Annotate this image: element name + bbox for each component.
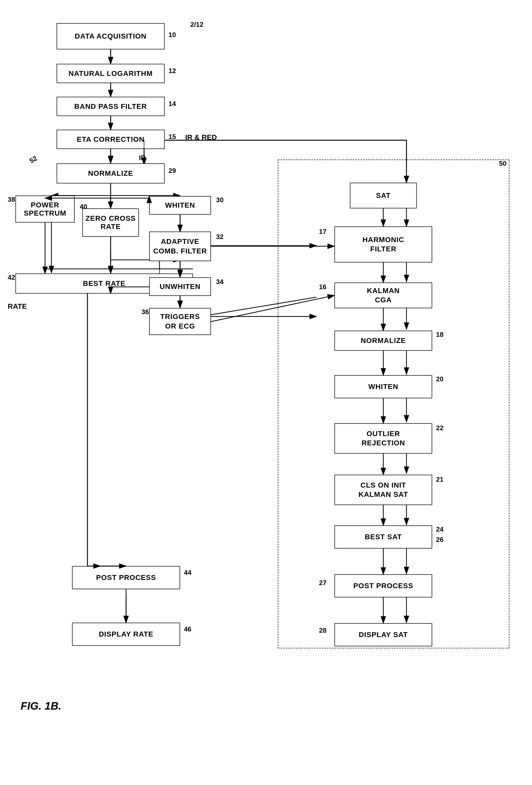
best-sat-label: BEST SAT	[365, 533, 402, 541]
sat-label: SAT	[376, 192, 391, 200]
label-16: 16	[319, 283, 326, 291]
natural-logarithm-box: NATURAL LOGARITHM	[57, 64, 164, 83]
kalman-cga-label: KALMAN CGA	[367, 286, 400, 305]
normalize-left-box: NORMALIZE	[57, 163, 164, 183]
band-pass-filter-box: BAND PASS FILTER	[57, 97, 164, 116]
post-process-left-box: POST PROCESS	[72, 566, 180, 589]
label-28: 28	[319, 627, 326, 634]
normalize-right-label: NORMALIZE	[361, 336, 406, 345]
label-21: 21	[436, 476, 444, 483]
power-spectrum-label: POWER SPECTRUM	[16, 201, 74, 218]
sat-box: SAT	[350, 183, 417, 208]
kalman-cga-box: KALMAN CGA	[334, 282, 432, 308]
cls-on-init-box: CLS ON INIT KALMAN SAT	[334, 475, 432, 505]
display-rate-label: DISPLAY RATE	[99, 630, 153, 638]
label-12: 12	[169, 67, 176, 75]
natural-logarithm-label: NATURAL LOGARITHM	[69, 70, 153, 78]
power-spectrum-box: POWER SPECTRUM	[16, 196, 75, 223]
whiten-right-label: WHITEN	[369, 383, 398, 391]
label-14: 14	[169, 100, 176, 108]
harmonic-filter-box: HARMONIC FILTER	[334, 226, 432, 262]
unwhiten-label: UNWHITEN	[160, 282, 201, 291]
post-process-right-box: POST PROCESS	[334, 574, 432, 598]
label-27: 27	[319, 579, 326, 587]
ir-label: IR	[139, 154, 146, 162]
data-acquisition-label: DATA ACQUISITION	[75, 32, 147, 41]
label-32: 32	[216, 233, 224, 241]
label-24: 24	[436, 525, 444, 533]
rate-label: RATE	[8, 302, 27, 310]
zero-cross-rate-box: ZERO CROSS RATE	[82, 208, 139, 237]
label-38: 38	[8, 196, 15, 204]
label-26: 26	[436, 536, 444, 544]
label-30: 30	[216, 196, 224, 204]
zero-cross-rate-label: ZERO CROSS RATE	[83, 214, 138, 231]
normalize-left-label: NORMALIZE	[88, 169, 133, 178]
label-42: 42	[8, 274, 15, 281]
label-34: 34	[216, 278, 224, 286]
normalize-right-box: NORMALIZE	[334, 331, 432, 351]
label-36: 36	[142, 308, 149, 316]
label-22: 22	[436, 424, 444, 432]
outlier-rejection-label: OUTLIER REJECTION	[361, 429, 405, 448]
display-sat-box: DISPLAY SAT	[334, 623, 432, 646]
label-15: 15	[169, 133, 176, 141]
figure-title: FIG. 1B.	[21, 700, 61, 712]
whiten-top-label: WHITEN	[165, 201, 195, 209]
label-40: 40	[80, 203, 87, 211]
triggers-ecg-box: TRIGGERS OR ECG	[149, 308, 211, 335]
label-50: 50	[499, 159, 507, 168]
cls-on-init-label: CLS ON INIT KALMAN SAT	[358, 481, 408, 499]
label-44: 44	[184, 568, 192, 577]
adaptive-comb-label: ADAPTIVE COMB. FILTER	[153, 237, 207, 256]
adaptive-comb-filter-box: ADAPTIVE COMB. FILTER	[149, 232, 211, 261]
best-sat-box: BEST SAT	[334, 525, 432, 549]
best-rate-label: BEST RATE	[83, 279, 126, 288]
ir-red-label: IR & RED	[185, 133, 217, 142]
whiten-right-box: WHITEN	[334, 375, 432, 398]
label-18: 18	[436, 331, 444, 338]
triggers-ecg-label: TRIGGERS OR ECG	[160, 312, 200, 331]
post-process-left-label: POST PROCESS	[96, 574, 156, 582]
harmonic-filter-label: HARMONIC FILTER	[362, 235, 404, 254]
whiten-top-box: WHITEN	[149, 196, 211, 214]
display-sat-label: DISPLAY SAT	[359, 631, 408, 639]
page-label: 2/12	[191, 21, 203, 29]
label-10: 10	[169, 31, 176, 39]
data-acquisition-box: DATA ACQUISITION	[57, 23, 164, 49]
label-17: 17	[319, 228, 326, 236]
outlier-rejection-box: OUTLIER REJECTION	[334, 423, 432, 454]
eta-correction-box: ETA CORRECTION	[57, 130, 164, 149]
post-process-right-label: POST PROCESS	[353, 582, 413, 590]
band-pass-filter-label: BAND PASS FILTER	[74, 102, 147, 111]
display-rate-box: DISPLAY RATE	[72, 623, 180, 646]
label-52: 52	[28, 154, 39, 165]
label-20: 20	[436, 375, 444, 383]
unwhiten-box: UNWHITEN	[149, 277, 211, 296]
eta-correction-label: ETA CORRECTION	[77, 135, 145, 144]
label-29: 29	[169, 167, 176, 175]
label-46: 46	[184, 625, 192, 633]
